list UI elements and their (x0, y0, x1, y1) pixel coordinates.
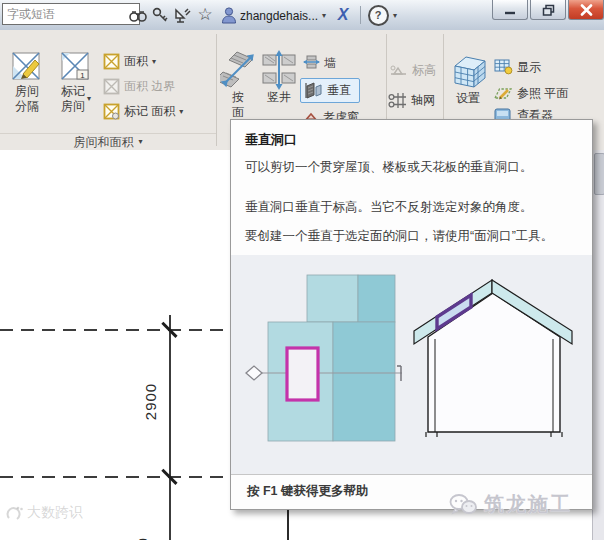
tooltip-title: 垂直洞口 (245, 131, 297, 149)
button-label: 标高 (412, 63, 436, 78)
favorites-star-icon[interactable]: ☆ (194, 4, 216, 26)
help-caret-icon[interactable]: ▾ (393, 12, 397, 20)
set-work-plane-icon (449, 53, 487, 91)
minimize-button[interactable] (492, 0, 528, 20)
tag-room-icon: 1 (60, 50, 92, 84)
button-label: 分隔 (15, 99, 39, 114)
tag-area-icon (103, 103, 120, 120)
help-icon[interactable]: ? (367, 4, 389, 26)
button-label: 按 (232, 90, 244, 105)
key-icon[interactable] (149, 4, 171, 26)
show-work-plane-icon (494, 59, 513, 75)
button-label: 标记 (61, 84, 85, 99)
wall-opening-icon (303, 55, 320, 71)
button-label: 轴网 (411, 93, 435, 108)
tooltip-illustration (231, 255, 592, 474)
tag-room-button[interactable]: 1 标记 房间 ▾ (53, 50, 99, 114)
scrollbar-thumb[interactable] (594, 153, 604, 195)
ribbon-separator (216, 34, 217, 146)
plan-view-graphic (246, 275, 402, 441)
button-label: 面积 (124, 54, 148, 69)
room-separator-button[interactable]: 房间 分隔 (5, 50, 49, 114)
button-label: 面 (232, 105, 244, 120)
titlebar-divider (360, 6, 361, 24)
area-icon (103, 53, 120, 70)
by-face-button[interactable]: 按 面 (218, 50, 258, 120)
level-line (0, 476, 230, 478)
panel-room-area[interactable]: 房间和面积 ▾ (0, 133, 216, 150)
dimension-value-partial: 0 (134, 527, 151, 540)
watermark-text: 大数跨识 (27, 504, 83, 522)
search-icon[interactable] (127, 4, 149, 26)
tooltip-paragraph: 要创建一个垂直于选定面的洞口，请使用“面洞口”工具。 (245, 228, 553, 245)
button-label: 房间 (15, 84, 39, 99)
vertical-opening-tooltip: 垂直洞口 可以剪切一个贯穿屋顶、楼板或天花板的垂直洞口。 垂直洞口垂直于标高。当… (230, 119, 593, 510)
panel-caret-icon: ▾ (138, 138, 142, 146)
ribbon-separator (443, 34, 444, 119)
button-label: 竖井 (267, 90, 291, 105)
vertical-scrollbar[interactable] (592, 150, 604, 540)
grid-button[interactable]: 轴网 (388, 92, 435, 109)
button-label: 标记 面积 (124, 104, 175, 119)
shaft-icon (260, 50, 298, 90)
set-work-plane-button[interactable]: 设置 (448, 53, 488, 106)
button-label: 垂直 (327, 83, 351, 98)
button-label: 设置 (456, 91, 480, 106)
exchange-apps-icon[interactable]: X (332, 4, 354, 26)
tooltip-divider (231, 474, 592, 475)
watermark-zhulong: 筑龙施工 (448, 491, 572, 518)
revit-window: ☆ zhangdehais... ▾ X ? ▾ (0, 0, 604, 540)
level-line (0, 329, 230, 331)
grid-icon (388, 92, 407, 109)
svg-text:1: 1 (80, 71, 85, 80)
wechat-icon (448, 493, 478, 517)
tooltip-footer: 按 F1 键获得更多帮助 (247, 483, 369, 500)
satellite-icon[interactable] (171, 4, 193, 26)
search-input[interactable] (2, 3, 140, 25)
reference-plane-icon (494, 85, 513, 101)
reference-plane-button[interactable]: 参照 平面 (494, 85, 568, 101)
username-label[interactable]: zhangdehais... (240, 9, 318, 23)
dimension-value: 2900 (142, 380, 159, 424)
dropdown-caret-icon: ▾ (179, 108, 183, 116)
button-label: 面积 边界 (124, 79, 175, 94)
ribbon-separator (386, 34, 387, 119)
button-label: 显示 (517, 60, 541, 75)
by-face-icon (220, 50, 256, 90)
show-work-plane-button[interactable]: 显示 (494, 59, 541, 75)
level-icon (390, 64, 408, 78)
area-boundary-icon (103, 78, 120, 95)
room-separator-icon (11, 50, 43, 84)
user-icon[interactable] (218, 4, 240, 26)
username-caret-icon[interactable]: ▾ (322, 12, 326, 20)
grid-line-segment (287, 510, 289, 540)
shaft-button[interactable]: 竖井 (258, 50, 300, 105)
watermark-left: 大数跨识 (6, 504, 83, 522)
restore-button[interactable] (530, 0, 566, 20)
tooltip-paragraph: 可以剪切一个贯穿屋顶、楼板或天花板的垂直洞口。 (245, 159, 533, 176)
button-label: 房间 (61, 99, 85, 114)
vertical-opening-button[interactable]: 垂直 (300, 78, 360, 103)
wall-opening-button[interactable]: 墙 (303, 55, 336, 71)
house-elevation-graphic (414, 280, 572, 437)
title-bar: ☆ zhangdehais... ▾ X ? ▾ (0, 0, 604, 31)
dimension-line (169, 315, 171, 540)
close-button[interactable] (568, 0, 604, 20)
area-button[interactable]: 面积 ▾ (103, 53, 156, 70)
tooltip-paragraph: 垂直洞口垂直于标高。当它不反射选定对象的角度。 (245, 199, 533, 216)
dropdown-caret-icon: ▾ (87, 95, 91, 103)
tag-area-button[interactable]: 标记 面积 ▾ (103, 103, 183, 120)
level-button[interactable]: 标高 (390, 63, 436, 78)
button-label: 墙 (324, 56, 336, 71)
area-boundary-button[interactable]: 面积 边界 (103, 78, 175, 95)
watermark-text: 筑龙施工 (484, 491, 572, 518)
button-label: 参照 平面 (517, 86, 568, 101)
panel-label: 房间和面积 (73, 134, 133, 151)
dropdown-caret-icon: ▾ (152, 58, 156, 66)
vertical-opening-icon (305, 82, 323, 99)
watermark-logo-icon (6, 505, 24, 521)
